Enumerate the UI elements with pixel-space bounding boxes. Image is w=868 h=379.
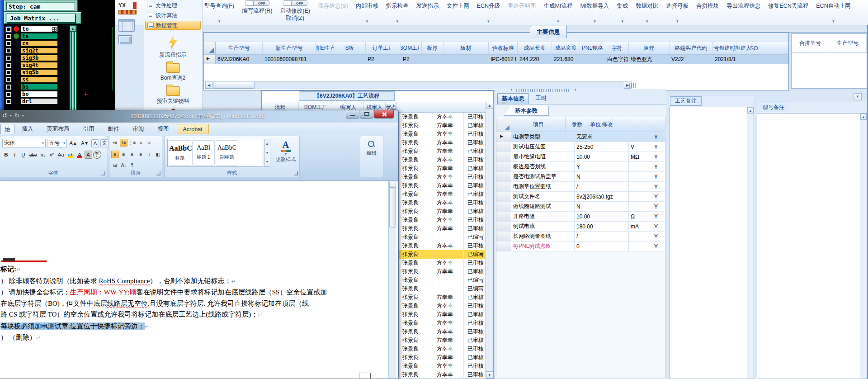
flow-cell-reviewer[interactable]: 方幸幸 <box>433 207 464 216</box>
document-line[interactable]: 标记:↵ <box>0 264 381 275</box>
flow-cell-status[interactable]: 已审核 <box>464 164 486 173</box>
grid-column-header[interactable]: 升级前旧生产型号 <box>316 42 334 54</box>
flow-cell-reviewer[interactable]: 方幸幸 <box>433 216 464 224</box>
toolbar-button[interactable]: 保存信息(S) <box>318 0 348 24</box>
undo-icon[interactable]: ↺ <box>2 112 7 119</box>
superscript-icon[interactable]: x² <box>48 151 56 159</box>
parameter-item[interactable]: 开路电阻 <box>511 212 575 221</box>
toolbar-button[interactable]: 重选开料图 <box>508 0 536 24</box>
flow-cell-writer[interactable]: 张景良 <box>399 250 433 259</box>
flow-cell-reviewer[interactable]: 方幸幸 <box>433 224 464 233</box>
collapse-panel-icon[interactable]: ▼ <box>854 93 862 100</box>
word-title-bar[interactable]: ↺ ▾ ↻ ▾ 20130913102542734.doc [兼容模式] - M… <box>0 110 398 123</box>
document-line[interactable]: ） （删除）↵ <box>0 332 381 344</box>
flow-cell-reviewer[interactable]: 方幸幸 <box>433 353 464 362</box>
parameter-item[interactable]: 最小绝缘电阻 <box>511 152 575 161</box>
document-line[interactable]: ） 除非顾客特别说明（比如要求 RoHS Compliance），否则不添加无铅… <box>0 275 381 287</box>
font-size-select[interactable]: 五号 ▾ <box>47 139 67 147</box>
sidebar-item[interactable]: 设计算法 <box>145 11 201 20</box>
grid-cell[interactable]: P2 <box>401 55 422 64</box>
layer-checkbox[interactable] <box>6 85 11 90</box>
grid-cell[interactable]: IPC-6012 II级 <box>489 55 518 64</box>
sidebar-item[interactable]: 数据管理 <box>145 21 201 30</box>
flow-cell-reviewer[interactable]: 方幸幸 <box>433 121 464 130</box>
grid-column-header[interactable]: 验收标准 <box>489 42 518 54</box>
notes-scrollbar[interactable]: ▲ <box>747 107 754 379</box>
numbering-icon[interactable]: 1≡ <box>120 139 127 147</box>
scroll-up-icon[interactable]: ▲ <box>266 142 269 145</box>
row-selector-cell[interactable] <box>496 162 511 171</box>
flow-cell-reviewer[interactable]: 方幸幸 <box>433 242 464 250</box>
increase-indent-icon[interactable]: » <box>146 139 153 147</box>
document-line[interactable]: 路 CS 或字符层 TO）的空余位置或允许我司将标记加在底层工艺边上(线路或字符… <box>0 309 381 321</box>
row-selector-cell[interactable] <box>496 172 511 181</box>
align-left-icon[interactable]: ≡ <box>111 151 119 158</box>
toolbar-button[interactable]: ECN升级 ▾ <box>477 0 500 24</box>
flow-cell-reviewer[interactable]: 方幸幸 <box>433 302 464 310</box>
strikethrough-icon[interactable]: abe <box>28 151 38 159</box>
job-matrix-button[interactable]: Job Matrix ... <box>7 14 75 23</box>
flow-cell-reviewer[interactable]: 方幸幸 <box>433 293 464 302</box>
document-area[interactable]: 标记:↵） 除非顾客特别说明（比如要求 RoHS Compliance），否则不… <box>0 181 398 379</box>
flow-cell-writer[interactable]: 张景良 <box>399 319 433 327</box>
tab-main-info[interactable]: 主要信息 <box>530 26 567 38</box>
layer-name[interactable]: bs <box>21 84 58 90</box>
flow-cell-status[interactable]: 已编写 <box>464 284 486 293</box>
grid-column-header[interactable]: 字符 <box>605 42 629 54</box>
parameter-value[interactable]: 0 <box>575 242 629 251</box>
layer-name[interactable]: sig3b <box>21 55 58 61</box>
grid-cell[interactable]: P2 <box>366 55 401 64</box>
style-card[interactable]: AaBbC 副标题 <box>216 140 238 166</box>
toolbar-button[interactable]: ECN自动上网 ▾ <box>816 0 850 24</box>
toolbar-button[interactable]: 发送指示 <box>416 0 439 24</box>
ribbon-tab[interactable]: 始 <box>0 124 14 134</box>
parameter-item[interactable]: 长网络测量图纸 <box>511 232 575 241</box>
flow-cell-writer[interactable]: 张景良 <box>399 293 433 302</box>
grid-cell[interactable]: 绿色亚光 <box>629 55 670 64</box>
toolbar-button[interactable]: 集成 ▾ <box>617 0 628 24</box>
scrollbar-thumb[interactable] <box>213 82 255 89</box>
font-color-icon[interactable]: A <box>76 151 84 159</box>
style-card[interactable]: AaBbC 标题 <box>169 140 191 166</box>
sidebar-item[interactable]: 文件处理 <box>145 1 201 10</box>
redo-icon[interactable]: ↻ <box>14 112 19 119</box>
ribbon-tab[interactable]: 审阅 <box>127 124 150 134</box>
dropdown-arrow-icon[interactable]: ▾ <box>10 114 12 118</box>
font-name-select[interactable]: 宋体 ▾ <box>2 139 46 147</box>
style-card[interactable]: AaBl 标题 1 <box>192 140 215 166</box>
layer-checkbox[interactable] <box>6 56 11 61</box>
flow-cell-reviewer[interactable]: 方幸幸 <box>433 327 464 336</box>
grid-column-header[interactable]: PNL规格 <box>580 42 605 54</box>
tab-basic-params[interactable]: 基本参数 <box>504 106 549 116</box>
sort-icon[interactable]: A↓ <box>120 161 127 169</box>
parameter-item[interactable]: 做线圈短路测试 <box>511 202 575 211</box>
flow-cell-reviewer[interactable]: 方幸幸 <box>433 138 464 147</box>
layer-checkbox[interactable] <box>6 77 11 82</box>
row-selector-cell[interactable] <box>496 192 511 201</box>
layer-name[interactable]: sig5b <box>21 69 58 76</box>
grid-selected-row[interactable]: 6V2J206KA0 10010600098781 P2 P2 IPC-6012… <box>204 55 788 64</box>
ribbon-tab[interactable]: 邮件 <box>102 124 125 134</box>
parameter-value[interactable]: N <box>575 172 629 181</box>
grid-cell[interactable]: 221.680 <box>552 55 580 64</box>
shrink-font-icon[interactable]: A▼ <box>80 139 90 147</box>
scrollbar-thumb[interactable] <box>389 189 396 227</box>
flow-cell-status[interactable]: 已审核 <box>464 370 486 379</box>
flow-cell-writer[interactable]: 张景良 <box>399 284 433 293</box>
flow-cell-status[interactable]: 已审核 <box>464 130 486 138</box>
flow-cell-status[interactable]: 已审核 <box>464 199 486 207</box>
flow-cell-reviewer[interactable]: 方幸幸 <box>433 156 464 164</box>
parameter-item[interactable]: 是否电测试后盖章 <box>511 172 575 181</box>
layer-name[interactable]: sig2t <box>21 47 58 54</box>
parameter-column-header[interactable]: 项目 <box>511 117 566 132</box>
grid-column-header[interactable]: S板 <box>334 42 366 54</box>
justify-icon[interactable]: ≡ <box>137 151 145 158</box>
parameter-value[interactable]: / <box>575 232 629 241</box>
parameter-item[interactable]: 每PNL测试点数 <box>511 242 575 251</box>
grid-column-header[interactable]: 终端客户代码 <box>670 42 713 54</box>
flow-cell-status[interactable]: 已审核 <box>464 156 486 164</box>
splitter-grip[interactable] <box>629 83 639 88</box>
flow-cell-writer[interactable]: 张景良 <box>399 121 433 130</box>
grid-cell[interactable]: 6V2J206KA0 <box>216 55 263 64</box>
grid-cell[interactable]: V2J2 <box>670 55 713 64</box>
